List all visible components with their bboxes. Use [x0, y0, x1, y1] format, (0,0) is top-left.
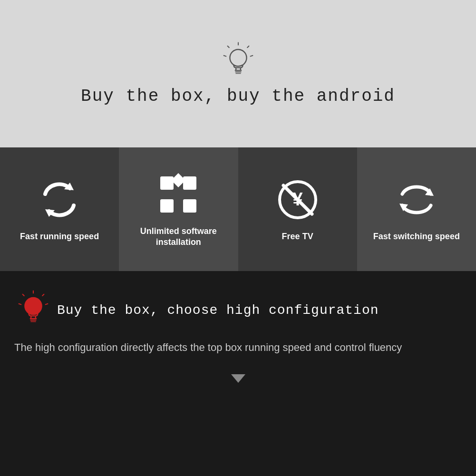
red-bulb-icon	[14, 290, 52, 330]
fast-switching-label: Fast switching speed	[373, 231, 460, 242]
feature-fast-running: Fast running speed	[0, 147, 119, 271]
svg-rect-14	[183, 176, 196, 190]
fast-running-label: Fast running speed	[20, 231, 99, 242]
features-section: Fast running speed Unlimited software in…	[0, 147, 476, 271]
svg-line-3	[227, 46, 229, 47]
bulb-icon	[219, 42, 257, 82]
bottom-section: Buy the box, choose high configuration T…	[0, 271, 476, 476]
no-fee-icon: ¥	[274, 176, 321, 225]
feature-free-tv: ¥ Free TV	[238, 147, 357, 271]
svg-line-27	[19, 304, 21, 305]
svg-rect-15	[160, 199, 174, 213]
sync-icon	[36, 176, 83, 225]
svg-line-1	[247, 46, 249, 47]
feature-unlimited-software: Unlimited software installation	[119, 147, 238, 271]
svg-line-24	[42, 294, 44, 296]
top-section: Buy the box, buy the android	[0, 0, 476, 147]
svg-point-5	[230, 49, 246, 66]
svg-line-2	[250, 55, 253, 56]
switch-icon	[393, 176, 440, 225]
svg-marker-34	[231, 374, 245, 383]
unlimited-software-label: Unlimited software installation	[124, 226, 233, 248]
svg-rect-16	[183, 199, 196, 213]
bottom-description: The high configuration directly affects …	[14, 340, 402, 355]
feature-fast-switching: Fast switching speed	[357, 147, 476, 271]
chevron-down-icon	[14, 374, 462, 384]
svg-line-4	[223, 55, 226, 56]
top-title: Buy the box, buy the android	[81, 87, 395, 106]
bottom-headline: Buy the box, choose high configuration	[14, 290, 379, 330]
svg-point-28	[25, 298, 41, 314]
bottom-headline-text: Buy the box, choose high configuration	[57, 303, 379, 318]
free-tv-label: Free TV	[282, 231, 313, 242]
svg-line-25	[46, 304, 48, 305]
svg-line-26	[23, 294, 24, 296]
apps-icon	[155, 171, 202, 220]
svg-rect-13	[160, 176, 174, 190]
